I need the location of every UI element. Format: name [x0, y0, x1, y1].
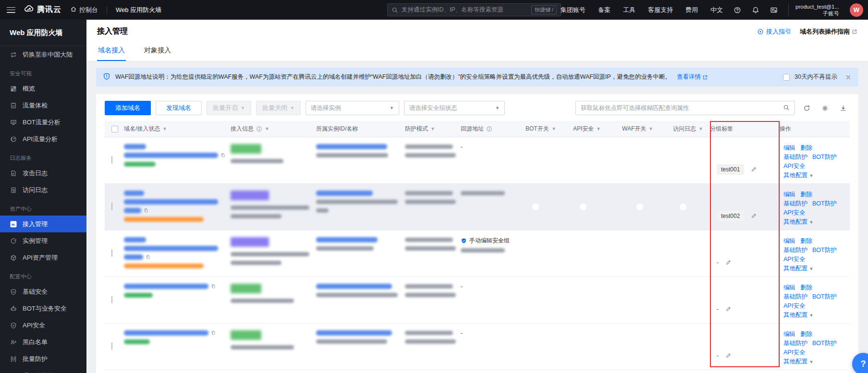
sidebar-item-批量防护[interactable]: 批量防护	[0, 350, 86, 367]
dismiss-checkbox[interactable]	[783, 74, 790, 81]
security-group-status-select[interactable]: 请选择安全组状态▼	[404, 101, 505, 115]
copy-icon[interactable]	[211, 284, 216, 289]
navbar-menu-1[interactable]: 备案	[598, 6, 611, 14]
copy-icon[interactable]	[146, 254, 151, 260]
row-checkbox[interactable]	[111, 249, 112, 257]
action-删除[interactable]: 删除	[800, 330, 812, 339]
info-icon[interactable]	[486, 126, 492, 132]
sidebar-item-实例管理[interactable]: 实例管理	[0, 232, 86, 249]
sidebar-item-基础安全[interactable]: 基础安全	[0, 283, 86, 300]
instance-select[interactable]: 请选择实例▼	[306, 101, 399, 115]
sidebar-item-概览[interactable]: 概览	[0, 80, 86, 97]
row-checkbox[interactable]	[111, 203, 112, 210]
gear-icon[interactable]	[818, 101, 831, 115]
download-icon[interactable]	[836, 101, 850, 115]
table-search-input[interactable]: 获取鼠标焦点即可选择模糊匹配查询属性	[575, 101, 795, 115]
row-checkbox[interactable]	[111, 296, 112, 303]
sidebar-item-切换至非中国大陆[interactable]: 切换至非中国大陆	[0, 46, 86, 63]
add-domain-button[interactable]: 添加域名	[105, 101, 151, 115]
tab-对象接入[interactable]: 对象接入	[143, 42, 172, 61]
filter-icon[interactable]	[265, 127, 269, 132]
action-其他配置[interactable]: 其他配置 ▼	[783, 357, 813, 367]
sidebar-item-API安全[interactable]: API安全	[0, 317, 86, 334]
action-BOT防护[interactable]: BOT防护	[812, 339, 837, 348]
refresh-icon[interactable]	[800, 101, 813, 115]
action-BOT防护[interactable]: BOT防护	[812, 199, 837, 208]
sidebar-item-黑白名单[interactable]: 黑白名单	[0, 334, 86, 350]
edit-security-group-link[interactable]: 手动编辑安全组	[469, 237, 510, 245]
domain-list-manual-link[interactable]: 域名列表操作指南	[800, 27, 857, 36]
global-search-input[interactable]: 支持通过实例ID、IP、名称等搜索资源 快捷键 /	[387, 3, 561, 16]
action-基础防护[interactable]: 基础防护	[783, 199, 807, 208]
action-编辑[interactable]: 编辑	[783, 144, 795, 153]
edit-tag-pencil-icon[interactable]	[725, 352, 732, 359]
action-基础防护[interactable]: 基础防护	[783, 153, 807, 162]
action-API安全[interactable]: API安全	[783, 255, 805, 264]
edit-tag-pencil-icon[interactable]	[751, 213, 757, 219]
sidebar-item-重保防护包[interactable]: 重保防护包	[0, 367, 86, 373]
action-编辑[interactable]: 编辑	[783, 283, 795, 292]
avatar[interactable]: W	[850, 3, 863, 17]
action-编辑[interactable]: 编辑	[783, 190, 795, 199]
action-API安全[interactable]: API安全	[783, 301, 805, 311]
tab-域名接入[interactable]: 域名接入	[97, 42, 126, 61]
navbar-menu-0[interactable]: 集团账号	[561, 6, 586, 14]
info-icon[interactable]	[256, 126, 262, 132]
batch-disable-button[interactable]: 批量关闭▼	[256, 101, 301, 115]
sidebar-item-BOT流量分析[interactable]: BOT流量分析	[0, 114, 86, 131]
filter-icon[interactable]	[648, 127, 653, 132]
sidebar-item-流量体检[interactable]: 流量体检	[0, 97, 86, 114]
action-BOT防护[interactable]: BOT防护	[812, 153, 837, 162]
row-checkbox[interactable]	[111, 342, 112, 350]
filter-icon[interactable]	[698, 127, 703, 132]
sidebar-item-访问日志[interactable]: 访问日志	[0, 181, 86, 198]
action-API安全[interactable]: API安全	[783, 162, 805, 171]
action-BOT防护[interactable]: BOT防护	[812, 246, 837, 255]
edit-tag-pencil-icon[interactable]	[725, 306, 732, 312]
action-其他配置[interactable]: 其他配置 ▼	[783, 311, 813, 320]
navbar-menu-5[interactable]: 中文	[710, 6, 723, 14]
action-编辑[interactable]: 编辑	[783, 237, 795, 246]
tencent-cloud-logo[interactable]: 腾讯云	[24, 4, 61, 16]
action-删除[interactable]: 删除	[800, 237, 812, 246]
action-编辑[interactable]: 编辑	[783, 330, 795, 339]
action-其他配置[interactable]: 其他配置 ▼	[783, 171, 813, 180]
account-info[interactable]: product_test@1... 子账号	[788, 3, 839, 17]
copy-icon[interactable]	[211, 330, 216, 336]
sidebar-item-接入管理[interactable]: w.接入管理	[0, 216, 86, 232]
filter-icon[interactable]	[162, 127, 167, 132]
view-details-link[interactable]: 查看详情	[677, 73, 708, 81]
access-guide-link[interactable]: 接入指引	[757, 27, 791, 36]
sidebar-item-API流量分析[interactable]: API流量分析	[0, 131, 86, 147]
edit-tag-pencil-icon[interactable]	[751, 166, 757, 172]
console-settings-icon[interactable]	[770, 6, 778, 14]
action-其他配置[interactable]: 其他配置 ▼	[783, 217, 813, 227]
filter-icon[interactable]	[551, 127, 556, 132]
console-link[interactable]: 控制台	[70, 6, 98, 14]
copy-icon[interactable]	[144, 208, 149, 213]
filter-icon[interactable]	[596, 127, 601, 132]
action-删除[interactable]: 删除	[800, 283, 812, 292]
notification-bell-icon[interactable]	[752, 6, 759, 14]
action-基础防护[interactable]: 基础防护	[783, 339, 807, 348]
row-checkbox[interactable]	[111, 156, 112, 164]
action-删除[interactable]: 删除	[800, 144, 812, 153]
edit-tag-pencil-icon[interactable]	[725, 259, 732, 265]
navbar-menu-4[interactable]: 费用	[685, 6, 698, 14]
discover-domain-button[interactable]: 发现域名	[156, 101, 202, 115]
navbar-menu-3[interactable]: 客服支持	[648, 6, 673, 14]
action-其他配置[interactable]: 其他配置 ▼	[783, 264, 813, 274]
sidebar-item-攻击日志[interactable]: 攻击日志	[0, 165, 86, 181]
navbar-menu-2[interactable]: 工具	[623, 6, 636, 14]
action-基础防护[interactable]: 基础防护	[783, 246, 807, 255]
sidebar-item-BOT与业务安全[interactable]: BOT与业务安全	[0, 300, 86, 317]
action-API安全[interactable]: API安全	[783, 348, 805, 357]
filter-icon[interactable]	[430, 127, 435, 132]
action-基础防护[interactable]: 基础防护	[783, 292, 807, 301]
action-BOT防护[interactable]: BOT防护	[812, 292, 837, 301]
hamburger-menu-icon[interactable]	[7, 7, 15, 13]
sidebar-item-API资产管理[interactable]: API资产管理	[0, 249, 86, 266]
copy-icon[interactable]	[220, 153, 226, 158]
action-删除[interactable]: 删除	[800, 190, 812, 199]
select-all-checkbox[interactable]	[111, 126, 118, 132]
